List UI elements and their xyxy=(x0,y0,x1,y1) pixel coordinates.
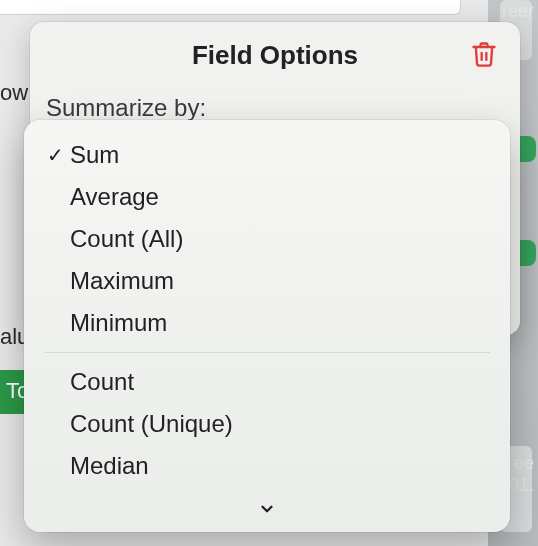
background-right-text: ree xyxy=(508,452,534,474)
menu-item-label: Count xyxy=(70,368,510,396)
summarize-dropdown-menu: ✓ Sum Average Count (All) Maximum Minimu… xyxy=(24,120,510,532)
menu-item-label: Median xyxy=(70,452,510,480)
menu-item-maximum[interactable]: Maximum xyxy=(24,260,510,302)
menu-item-label: Minimum xyxy=(70,309,510,337)
menu-item-label: Sum xyxy=(70,141,510,169)
menu-separator xyxy=(44,352,490,353)
background-label: ow xyxy=(0,80,28,106)
menu-item-label: Count (Unique) xyxy=(70,410,510,438)
trash-icon xyxy=(470,40,498,68)
background-input xyxy=(0,0,461,15)
menu-item-median[interactable]: Median xyxy=(24,445,510,487)
check-icon: ✓ xyxy=(40,143,70,167)
chevron-down-icon xyxy=(254,500,280,518)
background-right-text: reer xyxy=(502,0,534,22)
menu-list: ✓ Sum Average Count (All) Maximum Minimu… xyxy=(24,120,510,487)
delete-button[interactable] xyxy=(470,40,502,72)
menu-item-sum[interactable]: ✓ Sum xyxy=(24,134,510,176)
background-right-text: 01. xyxy=(509,474,534,496)
scroll-down-button[interactable] xyxy=(24,500,510,522)
menu-item-count[interactable]: Count xyxy=(24,361,510,403)
summarize-by-label: Summarize by: xyxy=(46,94,206,122)
popover-title: Field Options xyxy=(30,40,520,71)
menu-item-count-all[interactable]: Count (All) xyxy=(24,218,510,260)
menu-item-label: Count (All) xyxy=(70,225,510,253)
menu-item-label: Maximum xyxy=(70,267,510,295)
menu-item-average[interactable]: Average xyxy=(24,176,510,218)
menu-item-count-unique[interactable]: Count (Unique) xyxy=(24,403,510,445)
menu-item-label: Average xyxy=(70,183,510,211)
menu-item-minimum[interactable]: Minimum xyxy=(24,302,510,344)
